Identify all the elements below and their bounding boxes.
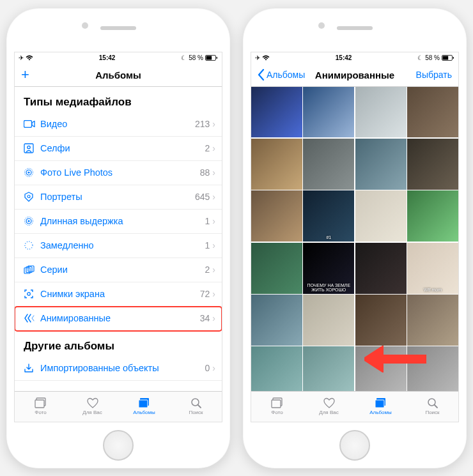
home-button[interactable] (339, 430, 370, 461)
tab-label: Для Вас (319, 410, 338, 415)
section-other-albums: Другие альбомы (15, 331, 222, 357)
photo-thumbnail[interactable] (355, 295, 407, 346)
row-label: Снимки экрана (40, 289, 200, 299)
tab-label: Для Вас (82, 410, 102, 415)
tab-label: Поиск (425, 410, 439, 415)
photo-thumbnail[interactable] (251, 87, 302, 138)
tab-bar: Фото Для Вас Альбомы Поиск (15, 391, 222, 422)
photo-thumbnail[interactable] (303, 346, 354, 390)
row-count: 34 (200, 313, 210, 323)
photos-tab-icon (271, 397, 284, 409)
svg-rect-25 (443, 56, 449, 60)
photo-thumbnail[interactable] (407, 139, 458, 190)
photo-thumbnail[interactable]: ПОЧЕМУ НА ЗЕМЛЕ ЖИТЬ ХОРОШО (303, 243, 354, 294)
status-bar: ✈︎ 15:42 ☾ 58 % (251, 52, 458, 64)
thumbnail-overlay-text: Wtf mom (407, 288, 458, 292)
photo-thumbnail[interactable] (355, 87, 407, 138)
tab-search[interactable]: Поиск (407, 392, 458, 422)
select-button[interactable]: Выбрать (416, 70, 452, 80)
row-label: Замедленно (40, 240, 205, 250)
tab-label: Фото (35, 410, 46, 415)
photo-thumbnail[interactable] (251, 346, 302, 390)
grid-content[interactable]: #1ПОЧЕМУ НА ЗЕМЛЕ ЖИТЬ ХОРОШОWtf mom (251, 87, 458, 391)
thumbnail-overlay-text: #1 (303, 235, 354, 240)
thumbnail-overlay-text: ПОЧЕМУ НА ЗЕМЛЕ ЖИТЬ ХОРОШО (303, 283, 354, 292)
photo-thumbnail[interactable] (251, 295, 302, 346)
burst-icon (24, 265, 40, 274)
tab-label: Альбомы (369, 410, 391, 415)
tab-albums[interactable]: Альбомы (355, 392, 407, 422)
svg-rect-28 (272, 400, 281, 408)
photo-thumbnail[interactable] (251, 190, 302, 242)
photo-thumbnail[interactable] (407, 346, 458, 390)
photo-thumbnail[interactable] (355, 190, 407, 242)
tab-albums[interactable]: Альбомы (118, 392, 170, 422)
row-slomo[interactable]: Замедленно 1 › (15, 234, 222, 258)
row-bursts[interactable]: Серии 2 › (15, 258, 222, 282)
svg-line-32 (435, 405, 437, 408)
photo-thumbnail[interactable] (407, 87, 458, 138)
svg-point-22 (192, 399, 199, 406)
photo-thumbnail[interactable] (251, 243, 302, 294)
row-videos[interactable]: Видео 213 › (15, 112, 222, 137)
airplane-icon: ✈︎ (19, 54, 24, 61)
row-live-photos[interactable]: Фото Live Photos 88 › (15, 161, 222, 185)
row-label: Серии (40, 265, 205, 275)
add-button[interactable]: + (21, 66, 29, 83)
tab-label: Поиск (189, 410, 203, 415)
photo-thumbnail[interactable] (303, 139, 354, 190)
nav-title: Альбомы (95, 70, 141, 81)
photo-thumbnail[interactable] (303, 295, 354, 346)
screen-left: ✈︎ 15:42 ☾ 58 % + Альбомы Типы медиафайл… (14, 52, 222, 422)
svg-line-23 (198, 405, 201, 408)
tab-photos[interactable]: Фото (251, 392, 303, 422)
albums-tab-icon (375, 397, 387, 409)
row-count: 1 (205, 216, 210, 226)
photo-thumbnail[interactable] (355, 346, 407, 390)
photo-thumbnail[interactable]: Wtf mom (407, 243, 458, 294)
albums-content[interactable]: Типы медиафайлов Видео 213 › Селфи 2 › Ф… (15, 87, 222, 391)
photo-thumbnail[interactable] (407, 190, 458, 242)
tab-for-you[interactable]: Для Вас (303, 392, 355, 422)
photo-thumbnail[interactable] (355, 139, 407, 190)
chevron-right-icon: › (212, 265, 215, 275)
tab-photos[interactable]: Фото (15, 392, 66, 422)
svg-rect-30 (375, 400, 384, 408)
row-animated[interactable]: Анимированные 34 › (15, 307, 222, 331)
photo-thumbnail[interactable]: #1 (303, 190, 354, 242)
row-imported[interactable]: Импортированные объекты 0 › (15, 357, 222, 381)
photo-thumbnail[interactable] (355, 243, 407, 294)
row-count: 2 (205, 265, 210, 275)
section-media-types: Типы медиафайлов (15, 87, 222, 112)
row-count: 88 (200, 167, 210, 178)
battery-text: 58 % (425, 54, 440, 61)
svg-point-8 (27, 171, 29, 173)
battery-icon (442, 55, 454, 61)
iphone-left: ✈︎ 15:42 ☾ 58 % + Альбомы Типы медиафайл… (6, 8, 230, 468)
row-selfies[interactable]: Селфи 2 › (15, 137, 222, 161)
home-button[interactable] (103, 430, 134, 461)
photo-thumbnail[interactable] (303, 87, 354, 138)
tab-search[interactable]: Поиск (170, 392, 222, 422)
back-button[interactable]: Альбомы (258, 69, 305, 81)
search-tab-icon (427, 397, 438, 409)
animated-icon (24, 313, 40, 323)
row-screenshots[interactable]: Снимки экрана 72 › (15, 282, 222, 307)
row-long-exposure[interactable]: Длинная выдержка 1 › (15, 210, 222, 234)
moon-icon: ☾ (181, 54, 187, 61)
selfie-icon (24, 143, 40, 153)
live-photos-icon (24, 167, 40, 178)
svg-point-9 (27, 196, 30, 198)
portrait-icon (24, 192, 40, 202)
row-portraits[interactable]: Портреты 645 › (15, 185, 222, 210)
photo-grid: #1ПОЧЕМУ НА ЗЕМЛЕ ЖИТЬ ХОРОШОWtf mom (251, 87, 458, 391)
back-label: Альбомы (267, 70, 305, 80)
tab-for-you[interactable]: Для Вас (66, 392, 118, 422)
airplane-icon: ✈︎ (255, 54, 260, 61)
photo-thumbnail[interactable] (407, 295, 458, 346)
photo-thumbnail[interactable] (251, 139, 302, 190)
chevron-right-icon: › (212, 216, 215, 226)
battery-text: 58 % (189, 54, 203, 61)
row-count: 1 (205, 240, 210, 250)
slomo-icon (24, 240, 40, 250)
